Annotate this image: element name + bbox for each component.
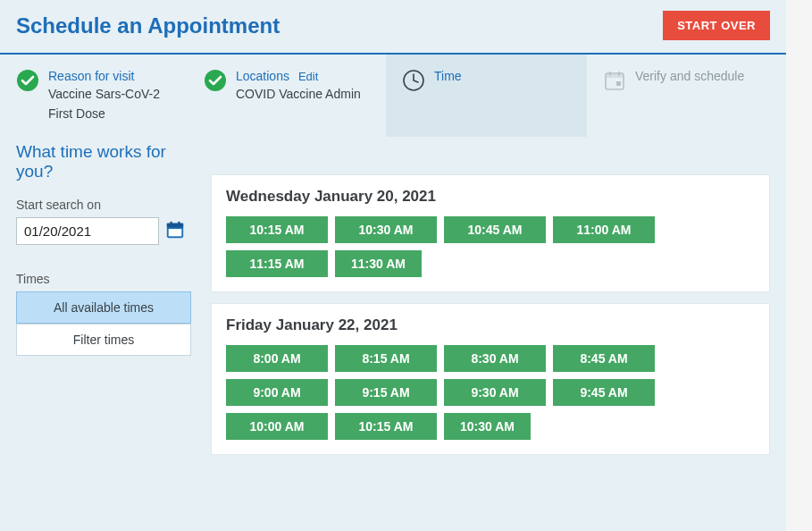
calendar-picker-button[interactable] <box>164 220 186 241</box>
page-title: Schedule an Appointment <box>16 13 280 38</box>
step-locations-edit-link[interactable]: Edit <box>298 70 318 83</box>
step-reason-value-line2: First Dose <box>48 105 160 122</box>
clock-icon <box>402 69 425 92</box>
start-over-button[interactable]: START OVER <box>663 11 770 40</box>
start-search-label: Start search on <box>16 198 191 212</box>
step-verify: Verify and schedule <box>587 55 786 137</box>
day-card: Wednesday January 20, 202110:15 AM10:30 … <box>211 174 770 292</box>
slots-row: 8:00 AM8:15 AM8:30 AM8:45 AM9:00 AM9:15 … <box>226 345 755 440</box>
calendar-icon <box>603 69 626 92</box>
time-slot-button[interactable]: 10:30 AM <box>335 216 437 243</box>
svg-rect-4 <box>606 73 624 78</box>
time-slot-button[interactable]: 9:00 AM <box>226 379 328 406</box>
check-circle-icon <box>16 69 39 92</box>
step-locations-title: Locations <box>236 69 289 83</box>
time-slot-button[interactable]: 8:00 AM <box>226 345 328 372</box>
step-reason[interactable]: Reason for visit Vaccine Sars-CoV-2 Firs… <box>0 55 188 137</box>
results-list: Wednesday January 20, 202110:15 AM10:30 … <box>211 174 770 455</box>
time-slot-button[interactable]: 10:45 AM <box>444 216 546 243</box>
time-slot-button[interactable]: 9:15 AM <box>335 379 437 406</box>
step-time-title: Time <box>434 69 462 83</box>
time-slot-button[interactable]: 9:45 AM <box>553 379 655 406</box>
times-option-filter[interactable]: Filter times <box>16 324 191 356</box>
check-circle-icon <box>204 69 227 92</box>
time-slot-button[interactable]: 11:15 AM <box>226 250 328 277</box>
step-reason-value-line1: Vaccine Sars-CoV-2 <box>48 86 160 103</box>
prompt-heading: What time works for you? <box>16 142 191 181</box>
stepper: Reason for visit Vaccine Sars-CoV-2 Firs… <box>0 55 786 137</box>
time-slot-button[interactable]: 9:30 AM <box>444 379 546 406</box>
step-verify-title: Verify and schedule <box>635 69 744 83</box>
svg-rect-11 <box>171 222 172 226</box>
day-card: Friday January 22, 20218:00 AM8:15 AM8:3… <box>211 303 770 455</box>
times-option-all[interactable]: All available times <box>16 291 191 324</box>
slots-row: 10:15 AM10:30 AM10:45 AM11:00 AM11:15 AM… <box>226 216 755 277</box>
time-slot-button[interactable]: 10:15 AM <box>335 413 437 440</box>
time-slot-button[interactable]: 11:00 AM <box>553 216 655 243</box>
svg-point-0 <box>17 70 38 91</box>
day-heading: Friday January 22, 2021 <box>226 316 755 334</box>
step-locations[interactable]: Locations Edit COVID Vaccine Admin <box>188 55 386 137</box>
svg-rect-10 <box>169 229 182 236</box>
time-slot-button[interactable]: 10:30 AM <box>444 413 531 440</box>
svg-rect-9 <box>167 223 183 227</box>
step-reason-title: Reason for visit <box>48 69 134 83</box>
svg-rect-12 <box>178 222 180 226</box>
time-slot-button[interactable]: 8:15 AM <box>335 345 437 372</box>
time-slot-button[interactable]: 11:30 AM <box>335 250 422 277</box>
time-slot-button[interactable]: 10:00 AM <box>226 413 328 440</box>
start-date-input[interactable] <box>16 217 159 245</box>
svg-rect-7 <box>616 81 621 86</box>
day-heading: Wednesday January 20, 2021 <box>226 188 755 206</box>
time-slot-button[interactable]: 8:30 AM <box>444 345 546 372</box>
calendar-icon <box>165 220 185 242</box>
svg-point-1 <box>205 70 226 91</box>
time-slot-button[interactable]: 10:15 AM <box>226 216 328 243</box>
times-label: Times <box>16 272 191 286</box>
step-time: Time <box>386 55 587 137</box>
time-slot-button[interactable]: 8:45 AM <box>553 345 655 372</box>
step-locations-value: COVID Vaccine Admin <box>236 86 361 103</box>
